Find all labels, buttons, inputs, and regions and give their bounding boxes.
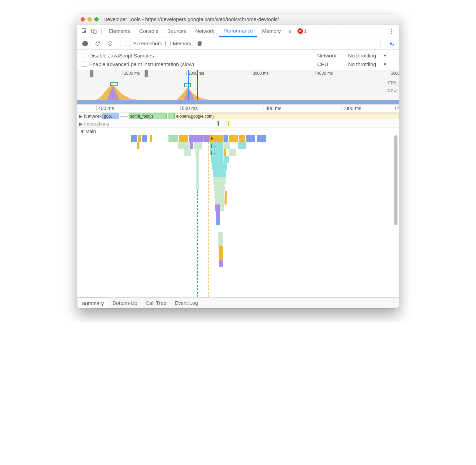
tab-event-log[interactable]: Event Log [171, 298, 202, 308]
flame-bar[interactable] [238, 142, 246, 149]
flame-bar[interactable] [215, 198, 224, 204]
screenshots-checkbox[interactable]: Screenshots [126, 40, 162, 46]
svg-rect-2 [94, 30, 96, 34]
checkbox-icon [165, 41, 171, 46]
timeline-ruler[interactable]: 400 ms 600 ms 800 ms 1000 ms 120 [77, 105, 399, 112]
vertical-scrollbar[interactable] [394, 135, 397, 225]
error-badge[interactable]: 1 [298, 28, 307, 34]
flame-bar[interactable] [219, 246, 223, 253]
flame-bar[interactable] [216, 211, 220, 218]
flame-bar[interactable] [214, 191, 225, 198]
flame-bar[interactable] [218, 232, 223, 239]
flame-bar[interactable] [213, 170, 226, 177]
flame-bar[interactable] [131, 135, 137, 142]
flame-bar[interactable] [219, 253, 223, 260]
flame-bar[interactable] [224, 149, 226, 156]
tab-elements[interactable]: Elements [104, 25, 135, 37]
flame-bar[interactable] [138, 135, 141, 142]
flame-bar[interactable] [211, 156, 223, 163]
tracks-area: ▶ Network goo… script_foot.js elopers.go… [77, 112, 399, 297]
flame-bar[interactable] [220, 204, 224, 211]
net-resource[interactable]: elopers.google.com) [175, 113, 399, 119]
flame-bar[interactable]: E… [210, 135, 223, 142]
error-count: 1 [304, 28, 307, 34]
flame-bar[interactable] [239, 135, 245, 142]
ruler-tick: 5000 [389, 71, 399, 75]
settings-button[interactable] [386, 39, 395, 48]
flame-bar[interactable] [223, 135, 228, 142]
overview-pane[interactable]: 1000 ms 2000 ms 3000 ms 4000 ms 5000 FPS… [77, 70, 399, 105]
flame-bar[interactable] [219, 260, 223, 267]
network-track-header[interactable]: ▶ Network goo… script_foot.js elopers.go… [77, 112, 399, 120]
flame-bar[interactable] [215, 204, 220, 211]
flame-bar[interactable] [137, 142, 139, 149]
net-resource[interactable]: goo… [102, 113, 119, 119]
tab-performance[interactable]: Performance [219, 25, 257, 37]
tab-console[interactable]: Console [135, 25, 163, 37]
flame-bar[interactable] [213, 177, 226, 184]
flame-bar[interactable] [203, 135, 210, 142]
disable-js-samples-checkbox[interactable]: Disable JavaScript Samples [82, 53, 310, 58]
flame-bar[interactable] [196, 170, 199, 177]
device-toggle-icon[interactable] [90, 27, 99, 36]
tab-bottom-up[interactable]: Bottom-Up [108, 298, 141, 308]
flame-bar[interactable] [195, 149, 199, 156]
flame-bar[interactable] [179, 135, 188, 142]
flame-bar[interactable] [184, 149, 191, 156]
separator [381, 40, 381, 47]
record-button[interactable] [81, 39, 90, 48]
tab-memory[interactable]: Memory [258, 25, 285, 37]
close-window-icon[interactable] [81, 17, 85, 21]
flame-bar[interactable] [218, 239, 223, 246]
flame-bar[interactable] [257, 135, 266, 142]
separator [101, 28, 102, 35]
flame-bar[interactable] [196, 163, 199, 170]
flame-bar[interactable]: (… [210, 142, 223, 149]
kebab-menu-icon[interactable] [387, 27, 396, 36]
flame-bar[interactable] [229, 149, 236, 156]
network-throttle-select[interactable]: No throttling▼ [348, 53, 387, 58]
flame-bar[interactable] [150, 135, 152, 142]
reload-button[interactable] [93, 39, 102, 48]
flame-bar[interactable] [216, 218, 220, 225]
zoom-window-icon[interactable] [94, 17, 99, 21]
flame-bar[interactable] [225, 198, 227, 204]
minimize-window-icon[interactable] [88, 17, 92, 21]
cpu-throttle-select[interactable]: No throttling▼ [348, 61, 387, 67]
flame-bar[interactable] [194, 142, 202, 149]
clear-button[interactable] [106, 39, 115, 48]
flame-bar[interactable] [214, 184, 225, 191]
memory-checkbox[interactable]: Memory [165, 40, 191, 46]
flame-bar[interactable] [168, 135, 178, 142]
flame-bar[interactable] [223, 156, 229, 163]
inspect-icon[interactable] [80, 27, 89, 36]
flame-bar[interactable] [178, 142, 189, 149]
selection-markers [188, 70, 198, 100]
flame-bar[interactable] [142, 135, 147, 142]
range-handle-right[interactable] [145, 70, 148, 77]
net-resource[interactable]: script_foot.js [129, 113, 167, 119]
flame-bar[interactable] [190, 142, 193, 149]
flame-bar[interactable] [196, 184, 199, 191]
enable-paint-checkbox[interactable]: Enable advanced paint instrumentation (s… [82, 61, 310, 67]
flame-bar[interactable] [212, 163, 228, 170]
flame-chart[interactable]: E… (… (… [77, 135, 393, 297]
flame-bar[interactable] [246, 135, 255, 142]
net-resource[interactable] [168, 113, 175, 119]
flame-bar[interactable] [189, 135, 203, 142]
interactions-track-header[interactable]: ▶ Interactions [77, 120, 399, 128]
tab-network[interactable]: Network [191, 25, 219, 37]
range-handle-left[interactable] [90, 70, 93, 77]
flame-bar[interactable] [229, 135, 238, 142]
flame-bar[interactable] [196, 177, 199, 184]
main-track-header[interactable]: ▼ Main [77, 128, 399, 135]
more-tabs-icon[interactable]: » [286, 27, 295, 36]
flame-bar[interactable]: (… [210, 149, 223, 156]
tab-call-tree[interactable]: Call Tree [141, 298, 171, 308]
tab-summary[interactable]: Summary [77, 298, 108, 308]
flame-bar[interactable] [223, 142, 230, 149]
tab-sources[interactable]: Sources [163, 25, 191, 37]
flame-bar[interactable] [225, 191, 227, 198]
trash-button[interactable] [195, 39, 204, 48]
flame-bar[interactable] [196, 156, 199, 163]
